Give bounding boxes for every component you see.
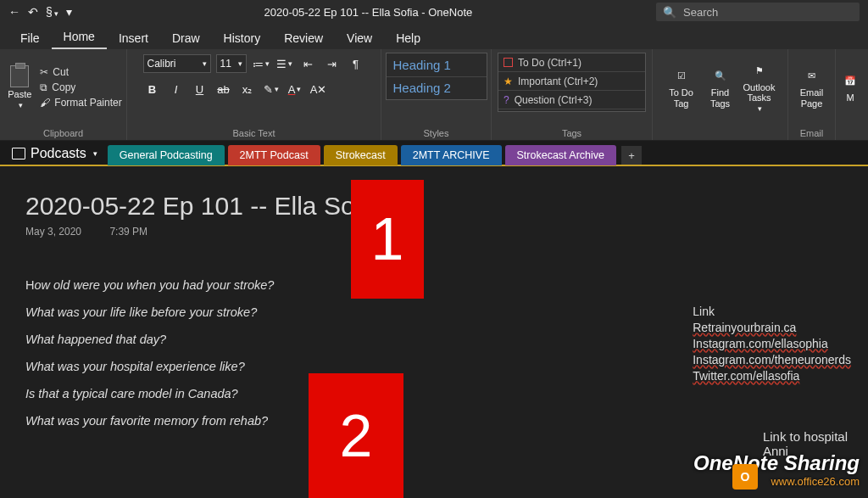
link-block[interactable]: Link Retrainyourbrain.ca Instagram.com/e… <box>693 304 851 383</box>
undo-icon[interactable]: ↶ <box>28 5 38 19</box>
link-item: Retrainyourbrain.ca <box>693 320 851 336</box>
qat-more-icon[interactable]: ▾ <box>66 5 72 19</box>
strike-button[interactable]: ab <box>214 80 233 98</box>
find-icon: 🔍 <box>711 66 730 85</box>
star-icon: ★ <box>504 76 513 87</box>
menu-view[interactable]: View <box>335 27 384 49</box>
annotation-overlay-1: 1 <box>351 180 424 299</box>
style-heading1[interactable]: Heading 1 <box>387 53 487 76</box>
annotation-overlay-2: 2 <box>309 373 403 498</box>
watermark: O OneNote Sharing www.office26.com <box>693 451 860 488</box>
ribbon: Paste ▾ ✂Cut ⧉Copy 🖌Format Painter Clipb… <box>0 49 868 141</box>
menu-home[interactable]: Home <box>52 25 107 49</box>
styles-gallery[interactable]: Heading 1 Heading 2 <box>386 53 487 100</box>
paste-button[interactable]: Paste ▾ <box>4 53 35 122</box>
calendar-icon: 📅 <box>841 71 860 90</box>
page-title[interactable]: 2020-05-22 Ep 101 -- Ella Sofia <box>25 192 843 221</box>
checkbox-icon <box>504 58 513 67</box>
tag-important[interactable]: ★Important (Ctrl+2) <box>498 72 645 91</box>
menu-file[interactable]: File <box>8 27 52 49</box>
page-time: 7:39 PM <box>109 226 147 238</box>
notebook-selector[interactable]: Podcasts ▾ <box>5 146 104 165</box>
numbering-icon[interactable]: ☰▾ <box>275 54 294 73</box>
underline-button[interactable]: U <box>191 80 209 98</box>
subscript-button[interactable]: x₂ <box>238 80 257 98</box>
section-tab-bar: Podcasts ▾ General Podcasting 2MTT Podca… <box>0 141 868 166</box>
menu-draw[interactable]: Draw <box>160 27 212 49</box>
checkbox-icon: ☑ <box>672 66 691 85</box>
back-icon[interactable]: ← <box>8 5 20 19</box>
menu-review[interactable]: Review <box>272 27 335 49</box>
highlight-button[interactable]: ✎▾ <box>262 80 281 98</box>
question-line[interactable]: Is that a typical care model in Canada? <box>25 387 843 400</box>
group-tags: To Do (Ctrl+1) ★Important (Ctrl+2) ?Ques… <box>492 49 653 140</box>
cut-button[interactable]: ✂Cut <box>40 66 121 78</box>
copy-button[interactable]: ⧉Copy <box>40 81 121 93</box>
question-icon: ? <box>504 94 509 106</box>
group-basic-text: Calibri▾ 11▾ ≔▾ ☰▾ ⇤ ⇥ ¶ B I U ab x₂ ✎▾ … <box>127 49 381 140</box>
tag-question[interactable]: ?Question (Ctrl+3) <box>498 91 645 109</box>
outlook-tasks-button[interactable]: ⚑Outlook Tasks▾ <box>740 53 779 122</box>
group-label: Clipboard <box>43 128 83 138</box>
todo-tag-button[interactable]: ☑To Do Tag <box>662 53 701 122</box>
watermark-url: www.office26.com <box>693 475 860 488</box>
tag-todo[interactable]: To Do (Ctrl+1) <box>498 53 645 72</box>
font-size-select[interactable]: 11▾ <box>216 54 247 73</box>
menu-help[interactable]: Help <box>384 27 432 49</box>
font-name-select[interactable]: Calibri▾ <box>143 54 211 73</box>
find-tags-button[interactable]: 🔍Find Tags <box>701 53 740 122</box>
indent-icon[interactable]: ⇥ <box>323 54 342 73</box>
meeting-button[interactable]: 📅M <box>837 53 863 122</box>
email-page-button[interactable]: ✉Email Page <box>793 53 832 122</box>
style-heading2[interactable]: Heading 2 <box>387 76 487 100</box>
copy-icon: ⧉ <box>40 81 47 93</box>
chevron-down-icon: ▾ <box>19 101 23 109</box>
quick-access-toolbar: ← ↶ §▾ ▾ <box>0 5 81 19</box>
paragraph-icon[interactable]: ¶ <box>347 54 365 73</box>
search-placeholder: Search <box>683 6 718 19</box>
search-icon: 🔍 <box>663 6 676 19</box>
tab-strokecast-archive[interactable]: Strokecast Archive <box>505 145 617 165</box>
clear-format-button[interactable]: A✕ <box>309 80 328 98</box>
notebook-icon <box>12 148 25 159</box>
link-item: Instagram.com/ellasophia <box>693 336 851 352</box>
page-meta: May 3, 2020 7:39 PM <box>25 226 843 238</box>
link-item: Twitter.com/ellasofia <box>693 368 851 384</box>
office-badge-icon: O <box>732 464 758 490</box>
paste-label: Paste <box>8 89 31 99</box>
bold-button[interactable]: B <box>143 80 162 98</box>
watermark-title: OneNote Sharing <box>693 451 860 475</box>
group-label: Basic Text <box>233 128 275 138</box>
italic-button[interactable]: I <box>167 80 186 98</box>
format-painter-button[interactable]: 🖌Format Painter <box>40 97 121 109</box>
link-to-text: Link to hospital <box>763 429 848 444</box>
font-color-button[interactable]: A▾ <box>286 80 304 98</box>
ribbon-tabs: File Home Insert Draw History Review Vie… <box>0 24 868 49</box>
search-input[interactable]: 🔍 Search <box>656 3 860 21</box>
touch-icon[interactable]: §▾ <box>46 5 58 19</box>
add-section-button[interactable]: + <box>621 146 642 165</box>
question-line[interactable]: How old were you when you had your strok… <box>25 278 843 292</box>
envelope-icon: ✉ <box>803 66 821 85</box>
page-date: May 3, 2020 <box>25 226 81 238</box>
group-label: Styles <box>424 128 449 138</box>
question-line[interactable]: What was your favorite memory from rehab… <box>25 414 843 428</box>
window-title: 2020-05-22 Ep 101 -- Ella Sofia - OneNot… <box>81 6 656 19</box>
group-label: Email <box>800 128 824 138</box>
menu-history[interactable]: History <box>212 27 273 49</box>
bullets-icon[interactable]: ≔▾ <box>252 54 270 73</box>
outdent-icon[interactable]: ⇤ <box>299 54 318 73</box>
tab-2mtt-archive[interactable]: 2MTT ARCHIVE <box>401 145 502 165</box>
tags-gallery[interactable]: To Do (Ctrl+1) ★Important (Ctrl+2) ?Ques… <box>498 53 646 112</box>
chevron-down-icon: ▾ <box>93 149 97 158</box>
tab-strokecast[interactable]: Strokecast <box>324 145 398 165</box>
link-heading: Link <box>693 304 851 320</box>
menu-insert[interactable]: Insert <box>107 27 160 49</box>
page-canvas[interactable]: 2020-05-22 Ep 101 -- Ella Sofia May 3, 2… <box>0 168 868 498</box>
tab-general-podcasting[interactable]: General Podcasting <box>108 145 225 165</box>
link-item: Instagram.com/theneuronerds <box>693 352 851 368</box>
clipboard-icon <box>10 65 29 87</box>
group-styles: Heading 1 Heading 2 Styles <box>381 49 492 140</box>
tab-2mtt-podcast[interactable]: 2MTT Podcast <box>228 145 320 165</box>
title-bar: ← ↶ §▾ ▾ 2020-05-22 Ep 101 -- Ella Sofia… <box>0 0 868 24</box>
